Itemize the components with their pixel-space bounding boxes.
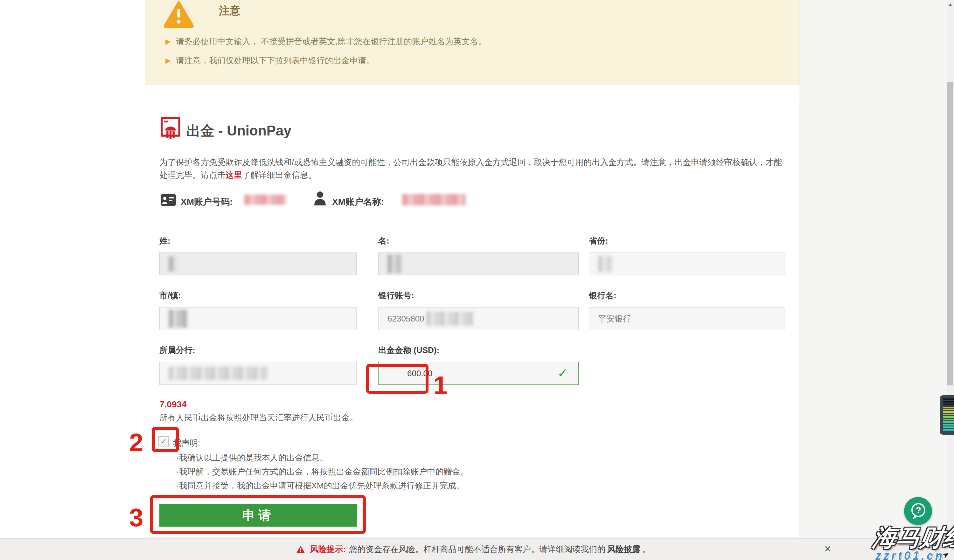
first-name-redacted [387,255,401,273]
amount-label: 出金金额 (USD): [378,345,439,356]
declaration-item: ·我确认以上提供的是我本人的出金信息。 [176,452,328,464]
risk-label: 风险提示: [310,544,346,555]
first-name-label: 名: [378,235,390,246]
city-label: 市/镇: [159,290,181,301]
bank-name-value: 平安银行 [598,313,631,324]
account-name-redacted [402,194,466,205]
account-name-label: XM账户名称: [332,196,384,208]
annotation-number-3: 3 [129,505,143,530]
scrollbar-up-icon[interactable]: ▲ [947,1,954,8]
first-name-field[interactable] [378,252,578,275]
arrow-bullet-icon: ▶ [165,38,171,45]
close-icon[interactable]: × [820,541,836,557]
branch-field[interactable] [159,362,357,385]
account-number-redacted [244,194,286,205]
bank-account-label: 银行账号: [378,290,414,301]
city-field[interactable] [159,307,357,330]
person-icon [313,191,327,207]
notice-item-text: 请注意，我们仅处理以下下拉列表中银行的出金申请。 [176,55,374,66]
annotation-box-3 [150,495,366,534]
withdrawal-page: ▲ 注意 ▶ 请务必使用中文输入， 不接受拼音或者英文,除非您在银行注册的账户姓… [0,0,954,560]
province-field[interactable] [589,252,784,275]
withdrawal-card: 出金 - UnionPay 为了保护各方免受欺诈及降低洗钱和/或恐怖主义融资的可… [145,104,800,537]
risk-text-end: 。 [642,544,650,555]
watermark-url: zzrt01.cn [875,549,945,560]
bank-account-redacted [426,312,474,326]
annotation-box-2 [152,427,179,452]
risk-disclosure-link[interactable]: 风险披露 [607,544,640,555]
notice-item-text: 请务必使用中文输入， 不接受拼音或者英文,除非您在银行注册的账户姓名为英文名。 [176,36,486,47]
intro-text: 了解详细出金信息。 [242,170,316,180]
province-redacted [598,256,612,272]
annotation-number-1: 1 [433,373,447,398]
account-number-label: XM账户号码: [181,196,232,208]
rate-note: 所有人民币出金将按照处理当天汇率进行人民币出金。 [159,412,358,423]
bank-account-visible-digits: 62305800 [387,314,424,324]
last-name-label: 姓: [159,235,170,246]
risk-warning-bar: 风险提示: 您的资金存在风险。杠杆商品可能不适合所有客户。请详细阅读我们的 风险… [0,538,947,560]
last-name-field[interactable] [159,252,357,275]
risk-text: 您的资金存在风险。杠杆商品可能不适合所有客户。请详细阅读我们的 [349,544,605,555]
annotation-box-1 [366,364,429,394]
intro-paragraph: 为了保护各方免受欺诈及降低洗钱和/或恐怖主义融资的可能性，公司出金款项只能依原入… [159,156,789,181]
page-gutter [800,0,947,560]
city-redacted [168,310,187,328]
bank-name-label: 银行名: [589,290,616,301]
notice-item: ▶ 请务必使用中文输入， 不接受拼音或者英文,除非您在银行注册的账户姓名为英文名… [165,36,486,47]
risk-triangle-icon [296,545,305,554]
help-bubble-icon: ? [904,497,932,525]
bank-name-field[interactable]: 平安银行 [589,307,784,330]
id-card-icon [161,194,176,206]
branch-redacted [168,367,267,380]
notice-title: 注意 [219,3,240,18]
side-widget[interactable] [940,395,954,435]
province-label: 省份: [589,235,608,246]
arrow-bullet-icon: ▶ [165,57,171,64]
page-title: 出金 - UnionPay [186,121,292,140]
warning-triangle-icon [164,1,194,28]
declaration-item: ·我理解，交易账户任何方式的出金，将按照出金金额同比例扣除账户中的赠金。 [176,466,469,477]
declaration-item: ·我同意并接受，我的出金申请可根据XM的出金优先处理条款进行修正并完成。 [176,480,465,491]
side-widget-stripe-gaps [943,398,954,431]
unionpay-bank-icon [161,117,181,139]
bank-account-field[interactable]: 62305800 [378,307,578,330]
annotation-number-2: 2 [129,430,143,455]
last-name-redacted [168,256,177,272]
exchange-rate: 7.0934 [159,400,187,409]
help-button[interactable]: ? [904,497,932,525]
branch-label: 所属分行: [159,345,195,356]
notice-box: 注意 ▶ 请务必使用中文输入， 不接受拼音或者英文,除非您在银行注册的账户姓名为… [145,0,800,85]
notice-item: ▶ 请注意，我们仅处理以下下拉列表中银行的出金申请。 [165,55,374,66]
details-link[interactable]: 这里 [226,170,242,180]
valid-check-icon: ✓ [557,366,568,380]
divider [159,217,785,217]
scrollbar-thumb[interactable] [947,82,953,386]
question-mark-glyph: ? [915,505,921,515]
